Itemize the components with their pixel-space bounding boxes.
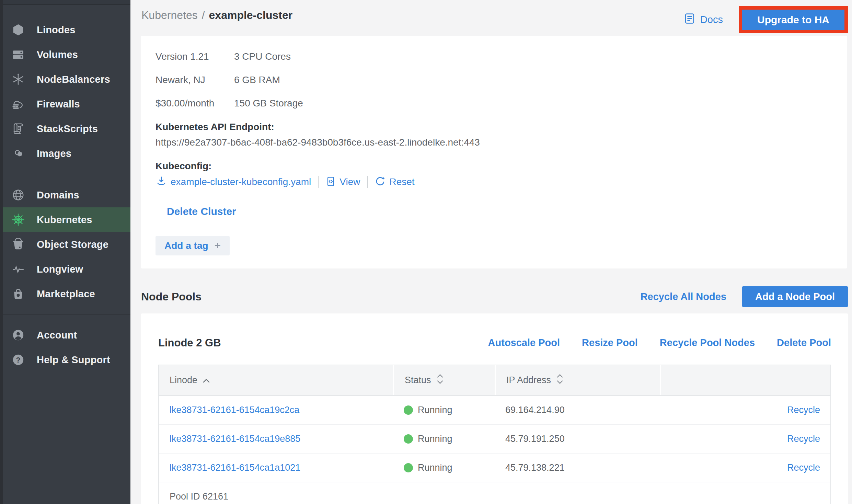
sidebar-item-kubernetes[interactable]: Kubernetes [3, 207, 130, 232]
sidebar-item-linodes[interactable]: Linodes [3, 18, 130, 42]
sidebar-item-help-support[interactable]: ? Help & Support [3, 347, 130, 372]
column-header-status[interactable]: Status [393, 365, 495, 395]
spec-row: Version 1.21 3 CPU Cores [156, 45, 847, 68]
recycle-node-link[interactable]: Recycle [787, 405, 820, 415]
nodes-table-header: Linode Status IP Address [159, 365, 830, 396]
recycle-node-link[interactable]: Recycle [787, 434, 820, 444]
docs-icon [683, 12, 696, 27]
sidebar-item-images[interactable]: Images [3, 141, 130, 166]
column-header-linode[interactable]: Linode [159, 365, 393, 395]
node-link[interactable]: lke38731-62161-6154ca19c2ca [170, 405, 299, 415]
sidebar: Linodes Volumes NodeBalancers [0, 0, 130, 504]
column-header-ip-address[interactable]: IP Address [495, 365, 660, 395]
node-pools-title: Node Pools [141, 290, 202, 303]
cluster-cpu: 3 CPU Cores [234, 51, 291, 62]
sidebar-item-label: Account [37, 330, 77, 341]
page-title: example-cluster [209, 9, 293, 22]
spec-row: $30.00/month 150 GB Storage [156, 92, 847, 115]
sidebar-item-nodebalancers[interactable]: NodeBalancers [3, 67, 130, 92]
object-storage-icon [11, 238, 25, 251]
download-icon[interactable] [156, 175, 167, 188]
api-endpoint-label: Kubernetes API Endpoint: [156, 121, 847, 133]
kubernetes-icon [11, 213, 25, 227]
reset-icon[interactable] [375, 176, 386, 188]
sort-both-icon [556, 374, 564, 387]
delete-cluster-link[interactable]: Delete Cluster [167, 205, 236, 218]
cluster-storage: 150 GB Storage [234, 98, 303, 109]
upgrade-to-ha-button[interactable]: Upgrade to HA [742, 10, 844, 30]
sidebar-item-stackscripts[interactable]: StackScripts [3, 116, 130, 141]
help-icon: ? [11, 353, 25, 367]
status-running-dot [404, 405, 413, 415]
sidebar-item-domains[interactable]: Domains [3, 183, 130, 207]
add-tag-button[interactable]: Add a tag + [156, 236, 230, 255]
kubeconfig-file-link[interactable]: example-cluster-kubeconfig.yaml [171, 176, 311, 187]
volumes-icon [11, 48, 25, 61]
stackscripts-icon [11, 122, 25, 136]
node-ip: 45.79.138.221 [495, 462, 660, 473]
sort-asc-icon [203, 375, 210, 386]
add-tag-label: Add a tag [164, 240, 208, 251]
recycle-all-nodes-link[interactable]: Recycle All Nodes [641, 291, 726, 302]
sidebar-item-account[interactable]: Account [3, 323, 130, 347]
recycle-node-link[interactable]: Recycle [787, 462, 820, 473]
docs-label: Docs [700, 14, 723, 25]
linodes-icon [11, 23, 25, 37]
sidebar-divider [0, 314, 130, 315]
kubernetes-cluster-page: Linodes Volumes NodeBalancers [0, 0, 852, 504]
view-code-icon[interactable] [325, 176, 336, 188]
docs-link[interactable]: Docs [683, 12, 723, 27]
sidebar-item-object-storage[interactable]: Object Storage [3, 232, 130, 257]
pool-id: Pool ID 62161 [159, 482, 830, 504]
account-icon [11, 328, 25, 342]
sidebar-item-label: StackScripts [37, 123, 98, 135]
kubeconfig-label: Kubeconfig: [156, 160, 847, 172]
node-ip: 45.79.191.250 [495, 434, 660, 444]
svg-text:?: ? [16, 356, 20, 364]
sidebar-item-longview[interactable]: Longview [3, 257, 130, 282]
sidebar-item-label: Firewalls [37, 99, 80, 110]
autoscale-pool-link[interactable]: Autoscale Pool [488, 337, 560, 348]
divider [367, 176, 368, 188]
status-running-dot [404, 434, 413, 444]
recycle-pool-nodes-link[interactable]: Recycle Pool Nodes [660, 337, 755, 348]
kubeconfig-reset-link[interactable]: Reset [389, 176, 414, 187]
sidebar-item-firewalls[interactable]: Firewalls [3, 92, 130, 116]
plus-icon: + [215, 239, 221, 252]
firewalls-icon [11, 97, 25, 111]
add-node-pool-button[interactable]: Add a Node Pool [742, 286, 848, 307]
sidebar-item-label: Domains [37, 190, 79, 201]
column-header-actions [660, 365, 830, 395]
sidebar-left-edge [0, 0, 3, 504]
sidebar-top-divider [0, 0, 130, 5]
sidebar-item-label: NodeBalancers [37, 74, 110, 85]
kubeconfig-row: example-cluster-kubeconfig.yaml View [156, 174, 847, 190]
sidebar-item-label: Kubernetes [37, 214, 92, 226]
marketplace-icon [11, 287, 25, 301]
cluster-summary-panel: Version 1.21 3 CPU Cores Newark, NJ 6 GB… [141, 36, 847, 268]
cluster-ram: 6 GB RAM [234, 75, 280, 85]
table-row: lke38731-62161-6154ca19e885 Running 45.7… [159, 425, 830, 454]
sidebar-item-label: Linodes [37, 24, 76, 36]
nodes-table: Linode Status IP Address [158, 365, 831, 504]
sidebar-item-label: Object Storage [37, 239, 108, 250]
upgrade-annotation-highlight: Upgrade to HA [739, 6, 848, 33]
breadcrumb: Kubernetes / example-cluster [141, 9, 292, 22]
node-ip: 69.164.214.90 [495, 405, 660, 415]
sidebar-item-label: Longview [37, 264, 83, 275]
status-label: Running [418, 462, 452, 473]
kubeconfig-view-link[interactable]: View [339, 176, 360, 187]
delete-pool-link[interactable]: Delete Pool [777, 337, 831, 348]
cluster-region: Newark, NJ [156, 75, 234, 85]
breadcrumb-section[interactable]: Kubernetes [141, 9, 198, 22]
sidebar-item-marketplace[interactable]: Marketplace [3, 282, 130, 306]
node-link[interactable]: lke38731-62161-6154ca1a1021 [170, 462, 300, 473]
cluster-price: $30.00/month [156, 98, 234, 109]
node-pool-panel: Linode 2 GB Autoscale Pool Resize Pool R… [141, 313, 848, 504]
node-link[interactable]: lke38731-62161-6154ca19e885 [170, 434, 300, 444]
sidebar-item-label: Volumes [37, 49, 78, 60]
sidebar-item-volumes[interactable]: Volumes [3, 42, 130, 67]
resize-pool-link[interactable]: Resize Pool [582, 337, 638, 348]
pool-name: Linode 2 GB [158, 337, 221, 349]
sidebar-item-label: Marketplace [37, 288, 95, 300]
